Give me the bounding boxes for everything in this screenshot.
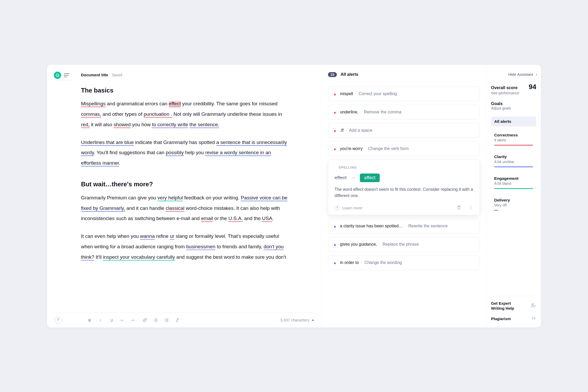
link-button[interactable] xyxy=(142,318,147,323)
goals-sub: Adjust goals xyxy=(491,106,536,110)
learn-more-button[interactable]: ?Learn more xyxy=(335,205,362,210)
more-icon[interactable] xyxy=(469,205,473,211)
metric-clarity[interactable]: ClarityA bit unclear xyxy=(491,152,536,170)
engage-inspect[interactable]: inspect your vocabulary carefully xyxy=(103,254,175,261)
alert-card-expanded[interactable]: SPELLINGeffect→affectThe word effect doe… xyxy=(328,160,480,215)
h2-button[interactable]: H2 xyxy=(131,318,136,323)
ordered-list-button[interactable]: 123 xyxy=(153,318,158,323)
alert-card[interactable]: .If · Add a space xyxy=(328,123,480,138)
metric-all-alerts[interactable]: All alerts xyxy=(491,117,536,126)
score-value: 94 xyxy=(529,83,536,91)
expert-help-button[interactable]: Get Expert Writing Help xyxy=(491,301,536,311)
alert-description: The word effect doesn't seem to fit this… xyxy=(335,186,473,199)
score-label: Overall score xyxy=(491,85,517,90)
error-red[interactable]: red, xyxy=(81,122,90,128)
clarity-blue-underlines[interactable]: Underlines that are blue xyxy=(81,140,134,146)
document-title[interactable]: Document title xyxy=(81,73,108,77)
error-effect[interactable]: effect xyxy=(169,101,181,107)
tone-correctly-write[interactable]: to correctly write xyxy=(152,122,188,128)
document-body[interactable]: The basics Mispellings and grammatical e… xyxy=(81,84,287,327)
alert-text: a clarity issue has been spotted… · Rewr… xyxy=(340,224,448,228)
alerts-count-badge: 23 xyxy=(328,72,337,77)
svg-text:B: B xyxy=(88,318,91,322)
engage-very-helpful[interactable]: very helpful xyxy=(157,195,183,201)
overall-score-block[interactable]: Overall score 94 See performance xyxy=(491,83,536,95)
metrics-list: All alertsCorrectness9 alertsClarityA bi… xyxy=(491,117,536,213)
error-usa2[interactable]: USA xyxy=(262,216,272,222)
error-punctuation[interactable]: punctuation . xyxy=(144,111,172,118)
alerts-header: 23 All alerts xyxy=(328,72,480,77)
svg-point-18 xyxy=(471,207,471,208)
app-window: Document title Saved The basics Mispelli… xyxy=(47,65,541,327)
unordered-list-button[interactable] xyxy=(164,318,169,323)
alert-card[interactable]: in order to · Change the wording xyxy=(328,255,480,270)
assistant-footer: Get Expert Writing Help Plagiarism xyxy=(491,296,536,322)
alert-text: underline, · Remove the comma xyxy=(340,110,401,114)
svg-text:3: 3 xyxy=(154,321,155,322)
alert-text: in order to · Change the wording xyxy=(340,260,402,265)
error-mispellings[interactable]: Mispellings xyxy=(81,101,106,107)
metric-correctness[interactable]: Correctness9 alerts xyxy=(491,130,536,148)
tone-businessmen[interactable]: businessmen xyxy=(186,244,215,250)
alert-text: mispell · Correct your spelling xyxy=(340,91,397,96)
svg-point-11 xyxy=(165,319,165,319)
svg-text:H1: H1 xyxy=(120,319,124,321)
alert-card[interactable]: mispell · Correct your spelling xyxy=(328,87,480,101)
clear-formatting-button[interactable] xyxy=(175,318,180,323)
alert-card[interactable]: a clarity issue has been spotted… · Rewr… xyxy=(328,219,480,233)
editor-toolbar: ? B I U H1 H2 123 3,337 characters xyxy=(54,313,316,324)
person-check-icon xyxy=(531,303,536,309)
original-word: effect xyxy=(335,175,347,181)
hide-assistant-button[interactable]: Hide Assistant ›› xyxy=(491,72,536,77)
alert-card[interactable]: gives you guidance, · Replace the phrase xyxy=(328,237,480,252)
bold-button[interactable]: B xyxy=(87,318,93,323)
assistant-panel: Hide Assistant ›› Overall score 94 See p… xyxy=(486,65,541,327)
paragraph-1: Mispellings and grammatical errors can e… xyxy=(81,99,287,130)
error-commas[interactable]: commas, xyxy=(81,111,101,118)
arrow-right-icon: → xyxy=(351,175,356,181)
svg-rect-16 xyxy=(166,321,168,321)
paragraph-2: Underlines that are blue indicate that G… xyxy=(81,137,287,169)
tone-wanna[interactable]: wanna xyxy=(140,233,155,240)
error-email[interactable]: email xyxy=(201,216,213,222)
underline-button[interactable]: U xyxy=(109,318,114,323)
help-button[interactable]: ? xyxy=(54,316,62,324)
svg-rect-6 xyxy=(155,320,157,320)
italic-button[interactable]: I xyxy=(98,318,103,323)
svg-rect-15 xyxy=(166,320,168,320)
h1-button[interactable]: H1 xyxy=(120,318,125,323)
svg-point-19 xyxy=(471,208,471,209)
svg-text:H2: H2 xyxy=(131,319,135,321)
tone-the-sentence[interactable]: the sentence. xyxy=(189,122,219,128)
alert-text: .If · Add a space xyxy=(340,128,372,133)
tone-ur[interactable]: ur xyxy=(170,233,174,240)
alert-text: you're worry · Change the verb form xyxy=(340,146,409,151)
svg-rect-14 xyxy=(166,319,168,319)
metric-delivery[interactable]: DeliveryVery off xyxy=(491,195,536,213)
svg-text:I: I xyxy=(100,318,101,322)
metric-engagement[interactable]: EngagementA bit bland xyxy=(491,174,536,192)
severity-dot xyxy=(334,148,336,150)
heading-basics: The basics xyxy=(81,84,287,97)
svg-point-17 xyxy=(471,206,471,206)
score-sub: See performance xyxy=(491,91,536,95)
error-usa1[interactable]: U.S.A. xyxy=(228,216,243,222)
paragraph-4: It can even help when you wanna refine u… xyxy=(81,231,287,262)
trash-icon[interactable] xyxy=(457,205,461,211)
plagiarism-button[interactable]: Plagiarism xyxy=(491,316,536,322)
alert-card[interactable]: you're worry · Change the verb form xyxy=(328,141,480,156)
goals-block[interactable]: Goals Adjust goals xyxy=(491,101,536,110)
error-showed[interactable]: showed xyxy=(114,122,131,128)
alert-card[interactable]: underline, · Remove the comma xyxy=(328,105,480,119)
error-classical[interactable]: classical xyxy=(166,205,185,212)
severity-dot xyxy=(334,262,336,264)
character-count[interactable]: 3,337 characters xyxy=(280,318,314,322)
svg-point-20 xyxy=(532,304,533,305)
alert-list: mispell · Correct your spellingunderline… xyxy=(328,87,480,270)
alert-text: gives you guidance, · Replace the phrase xyxy=(340,242,419,247)
svg-point-12 xyxy=(165,320,165,320)
heading-more: But wait…there's more? xyxy=(81,178,287,191)
severity-dot xyxy=(334,226,336,228)
clarity-possibly[interactable]: possibly xyxy=(166,150,184,156)
suggested-word[interactable]: affect xyxy=(360,174,380,182)
